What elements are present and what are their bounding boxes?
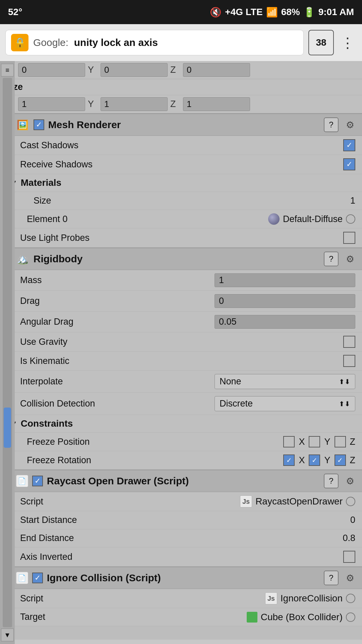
y-input[interactable]: 0	[101, 63, 168, 77]
freeze-pos-z-label: Z	[350, 437, 356, 447]
raycast-script-title: Raycast Open Drawer (Script)	[47, 475, 320, 487]
is-kinematic-checkbox[interactable]	[343, 355, 355, 367]
rigidbody-header[interactable]: ▼ 🏔️ Rigidbody ? ⚙	[0, 248, 362, 270]
left-scroll-thumb[interactable]	[4, 408, 11, 448]
cast-shadows-row: Cast Shadows ✓	[0, 136, 362, 155]
mass-input[interactable]: 1	[215, 273, 355, 287]
raycast-script-label: Script	[20, 496, 240, 507]
interpolate-dropdown-arrow: ⬆⬇	[339, 378, 350, 386]
drag-row: Drag 0	[0, 291, 362, 312]
freeze-rot-z-checkbox[interactable]: ✓	[335, 454, 346, 466]
sphere-icon	[268, 213, 280, 225]
freeze-pos-z-checkbox[interactable]	[335, 436, 346, 447]
collision-detection-dropdown[interactable]: Discrete ⬆⬇	[215, 396, 355, 411]
interpolate-row: Interpolate None ⬆⬇	[0, 371, 362, 393]
xyz-group: X 0 Y 0 Z 0	[5, 63, 357, 77]
signal-icon: 📶	[266, 7, 278, 18]
inspector-content: X 0 Y 0 Z 0 Size X 1 Y 1 Z 1 ▼ 🖼️ ✓ Mesh…	[0, 61, 362, 640]
freeze-position-row: Freeze Position X Y Z	[0, 433, 362, 451]
element-0-text: Default-Diffuse	[283, 214, 343, 224]
materials-section[interactable]: ▼ Materials	[0, 174, 362, 192]
raycast-script-target-button[interactable]	[346, 497, 355, 506]
start-distance-row: Start Distance 0	[0, 511, 362, 529]
rigidbody-icon: 🏔️	[16, 252, 29, 266]
raycast-script-checkbox[interactable]: ✓	[32, 476, 43, 486]
ignore-collision-target-label: Target	[20, 612, 247, 622]
freeze-rotation-row: Freeze Rotation ✓ X ✓ Y ✓ Z	[0, 451, 362, 470]
drag-input[interactable]: 0	[215, 294, 355, 308]
menu-button[interactable]: ⋮	[339, 35, 357, 51]
rigidbody-help-button[interactable]: ?	[324, 252, 339, 266]
z-input[interactable]: 0	[183, 63, 250, 77]
ignore-collision-header[interactable]: ▼ 📄 ✓ Ignore Collision (Script) ? ⚙	[0, 567, 362, 589]
x-input[interactable]: 0	[18, 63, 85, 77]
ignore-collision-target-row: Target Cube (Box Collider)	[0, 608, 362, 626]
position-xyz-row: X 0 Y 0 Z 0	[0, 61, 362, 79]
element-0-target-button[interactable]	[346, 214, 355, 224]
mesh-renderer-icon: 🖼️	[16, 118, 29, 131]
receive-shadows-row: Receive Shadows ✓	[0, 155, 362, 174]
freeze-rot-x-label: X	[299, 455, 305, 466]
mesh-renderer-gear-button[interactable]: ⚙	[343, 117, 357, 132]
mute-icon: 🔇	[210, 7, 222, 18]
freeze-pos-x-checkbox[interactable]	[283, 436, 295, 447]
use-light-probes-row: Use Light Probes	[0, 228, 362, 248]
freeze-rot-x-checkbox[interactable]: ✓	[283, 454, 295, 466]
mass-row: Mass 1	[0, 270, 362, 291]
raycast-script-row: Script Js RaycastOpenDrawer	[0, 492, 362, 511]
start-distance-label: Start Distance	[20, 515, 350, 525]
receive-shadows-checkbox[interactable]: ✓	[343, 158, 355, 170]
left-scroll-down-button[interactable]: ▼	[1, 629, 14, 641]
size-xyz-row: X 1 Y 1 Z 1	[0, 95, 362, 113]
status-bar: 52° 🔇 +4G LTE 📶 68% 🔋 9:01 AM	[0, 0, 362, 24]
end-distance-label: End Distance	[20, 533, 343, 543]
ignore-collision-script-value-group: Js IgnoreCollision	[265, 592, 355, 604]
ignore-collision-gear-button[interactable]: ⚙	[343, 571, 357, 585]
ignore-collision-checkbox[interactable]: ✓	[32, 573, 43, 583]
ignore-collision-target-value-group: Cube (Box Collider)	[247, 612, 355, 623]
left-scroll-up-button[interactable]: ≡	[1, 64, 14, 76]
raycast-script-gear-button[interactable]: ⚙	[343, 474, 357, 488]
mesh-renderer-help-button[interactable]: ?	[324, 117, 339, 132]
freeze-rot-y-label: Y	[324, 455, 330, 466]
green-cube-icon	[247, 612, 257, 623]
interpolate-dropdown[interactable]: None ⬆⬇	[215, 374, 355, 389]
left-scroll-track[interactable]	[3, 78, 12, 627]
rigidbody-gear-button[interactable]: ⚙	[343, 252, 357, 266]
ignore-collision-help-button[interactable]: ?	[324, 571, 339, 585]
raycast-script-header[interactable]: ▼ 📄 ✓ Raycast Open Drawer (Script) ? ⚙	[0, 470, 362, 492]
ignore-collision-target-select-button[interactable]	[346, 612, 355, 622]
constraints-section[interactable]: ▼ Constraints	[0, 415, 362, 433]
cast-shadows-label: Cast Shadows	[20, 140, 343, 151]
is-kinematic-row: Is Kinematic	[0, 352, 362, 371]
axis-inverted-checkbox[interactable]	[343, 551, 355, 563]
mesh-renderer-checkbox[interactable]: ✓	[34, 119, 44, 130]
size-xyz-group: X 1 Y 1 Z 1	[5, 97, 357, 111]
sy-input[interactable]: 1	[101, 97, 168, 111]
interpolate-value: None	[220, 376, 241, 387]
raycast-script-help-button[interactable]: ?	[324, 474, 339, 488]
address-input[interactable]: 🔒 Google: unity lock an axis	[5, 30, 304, 55]
ignore-collision-script-target-button[interactable]	[346, 594, 355, 603]
mesh-renderer-header[interactable]: ▼ 🖼️ ✓ Mesh Renderer ? ⚙	[0, 113, 362, 136]
freeze-pos-x-label: X	[299, 437, 305, 447]
freeze-position-checks: X Y Z	[283, 436, 355, 447]
sz-label: Z	[170, 99, 180, 109]
angular-drag-input[interactable]: 0.05	[215, 315, 355, 329]
freeze-pos-y-checkbox[interactable]	[309, 436, 320, 447]
left-scrollbar[interactable]: ≡ ▼	[0, 61, 15, 644]
materials-size-row: Size 1	[0, 192, 362, 210]
receive-shadows-label: Receive Shadows	[20, 159, 343, 170]
freeze-rotation-checks: ✓ X ✓ Y ✓ Z	[283, 454, 355, 466]
tab-count-button[interactable]: 38	[308, 30, 334, 55]
ignore-collision-title: Ignore Collision (Script)	[47, 572, 320, 584]
sz-input[interactable]: 1	[183, 97, 250, 111]
search-query: unity lock an axis	[74, 37, 158, 48]
use-gravity-checkbox[interactable]	[343, 336, 355, 348]
end-distance-row: End Distance 0.8	[0, 529, 362, 547]
use-light-probes-checkbox[interactable]	[343, 232, 355, 244]
freeze-rot-y-checkbox[interactable]: ✓	[309, 454, 320, 466]
use-gravity-row: Use Gravity	[0, 332, 362, 352]
sx-input[interactable]: 1	[18, 97, 85, 111]
cast-shadows-checkbox[interactable]: ✓	[343, 139, 355, 151]
